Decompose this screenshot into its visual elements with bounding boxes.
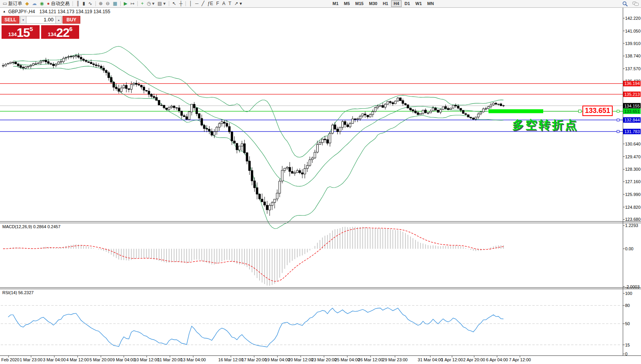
toolbar: ▭新订单◆☁◉●自动交易║▮∿⊕⊖▦▶↦+◷ ▾▤ ▾↖┼│─╱ƒEFAT↗ ▾… <box>0 0 641 8</box>
tile-windows-icon[interactable]: ▦ <box>111 0 119 7</box>
cursor-icon[interactable]: ↖ <box>171 0 178 7</box>
one-click-trading-panel: SELL ▾ 1.00 ▴ BUY 134155 134226 <box>2 16 80 39</box>
trade-controls-row: SELL ▾ 1.00 ▴ BUY <box>2 16 80 24</box>
zoom-in-icon[interactable]: ⊕ <box>97 0 104 7</box>
toolbar-separator <box>120 1 121 6</box>
volume-increase-button[interactable]: ▴ <box>55 16 62 24</box>
horizontal-line-icon[interactable]: ─ <box>194 0 200 7</box>
time-axis-label: 7 Apr 12:00 <box>509 357 531 362</box>
timeframe-w1[interactable]: W1 <box>413 0 424 7</box>
time-axis-label: 1 Apr 12:00 <box>441 357 463 362</box>
price-tag-text: 132.844 <box>624 118 640 122</box>
search-icon[interactable] <box>622 1 628 7</box>
sell-quote[interactable]: 134155 <box>2 25 40 39</box>
fibonacci-icon[interactable]: F <box>215 0 220 7</box>
macd-axis-label: 0.00 <box>625 246 633 251</box>
arrows-dropdown-icon[interactable]: ↗ ▾ <box>233 0 243 7</box>
time-axis-label: 2 Apr 20:00 <box>463 357 485 362</box>
macd-axis-label: 1.2293 <box>625 223 638 228</box>
time-axis-label: 31 Mar 04:00 <box>418 357 443 362</box>
time-axis-label: 25 Mar 04:00 <box>335 357 360 362</box>
zoom-out-icon[interactable]: ⊖ <box>104 0 111 7</box>
price-axis-label: 130.640 <box>625 142 641 146</box>
price-tag-text: 136.194 <box>624 81 640 86</box>
candlestick-chart-icon[interactable]: ▮ <box>81 0 87 7</box>
bar-chart-icon[interactable]: ║ <box>74 0 81 7</box>
autotrading-button[interactable]: ●自动交易 <box>45 0 71 7</box>
buy-price-prefix: 134 <box>48 31 56 38</box>
line-chart-icon[interactable]: ∿ <box>87 0 94 7</box>
price-axis-label: 141.050 <box>625 29 641 33</box>
timeframe-h4[interactable]: H4 <box>391 0 401 7</box>
buy-quote[interactable]: 134226 <box>41 25 79 39</box>
toolbar-separator <box>95 1 96 6</box>
price-axis-label: 137.570 <box>625 66 641 71</box>
macd-indicator-label: MACD(12,26,9) 0.2864 0.2457 <box>2 224 61 229</box>
rsi-line <box>8 308 504 347</box>
pivot-annotation-text[interactable]: 多空转折点 <box>512 117 578 133</box>
signals-icon[interactable]: ◉ <box>38 0 45 7</box>
timeframe-d1[interactable]: D1 <box>402 0 412 7</box>
timeframe-m5[interactable]: M5 <box>341 0 352 7</box>
highlight-bar[interactable] <box>489 109 543 113</box>
quote-row: 134155 134226 <box>2 25 80 39</box>
sell-price-pip: 5 <box>29 26 33 32</box>
toolbar-right <box>622 0 639 7</box>
price-axis-label: 139.910 <box>625 41 641 46</box>
crosshair-icon[interactable]: ┼ <box>178 0 184 7</box>
label-icon[interactable]: T <box>227 0 233 7</box>
time-axis-label: 6 Apr 04:00 <box>486 357 508 362</box>
buy-price-big: 22 <box>56 27 69 38</box>
volume-decrease-button[interactable]: ▾ <box>20 16 27 24</box>
symbol-period-label: GBPJPY-,H4 <box>8 9 35 14</box>
timeframe-mn[interactable]: MN <box>425 0 436 7</box>
time-axis-label: 10 Mar 12:00 <box>134 357 159 362</box>
period-dropdown-icon[interactable]: ◷ ▾ <box>145 0 156 7</box>
trendline-icon[interactable]: ╱ <box>200 0 206 7</box>
market-watch-icon[interactable]: ◆ <box>24 0 30 7</box>
rsi-axis-label: 15 <box>625 343 630 347</box>
price-axis-label: 129.470 <box>625 154 641 159</box>
candles <box>2 53 505 216</box>
volume-input[interactable]: 1.00 <box>26 16 55 24</box>
price-tag-text: 134.155 <box>624 104 640 108</box>
sell-button[interactable]: SELL <box>2 16 19 24</box>
timeframe-m1[interactable]: M1 <box>330 0 341 7</box>
toolbar-separator <box>73 1 73 6</box>
chart-shift-icon[interactable]: ↦ <box>129 0 136 7</box>
templates-dropdown-icon[interactable]: ▤ ▾ <box>156 0 167 7</box>
buy-button[interactable]: BUY <box>62 16 80 24</box>
timeframe-h1[interactable]: H1 <box>380 0 390 7</box>
price-axis-label: 138.740 <box>625 54 641 58</box>
timeframe-m30[interactable]: M30 <box>367 0 379 7</box>
indicators-icon[interactable]: + <box>139 0 145 7</box>
chat-icon[interactable] <box>632 1 639 7</box>
chart-title: ▲ GBPJPY-,H4 134.121 134.173 134.119 134… <box>3 9 110 14</box>
time-axis-label: 13 Mar 04:00 <box>181 357 206 362</box>
bollinger-middle-band <box>13 60 504 186</box>
macd-signal-line <box>3 228 504 281</box>
time-axis-label: 20 Mar 12:00 <box>288 357 314 362</box>
time-axis-label: 9 Mar 04:00 <box>113 357 135 362</box>
vertical-line-icon[interactable]: │ <box>187 0 194 7</box>
collapse-triangle-icon[interactable]: ▲ <box>3 10 6 13</box>
rsi-axis-label: 100 <box>625 291 632 296</box>
rsi-axis-label: 0 <box>625 352 627 356</box>
price-tag-text: 131.783 <box>624 129 640 134</box>
new-order-button[interactable]: ▭新订单 <box>1 0 24 7</box>
sell-price-big: 15 <box>17 27 30 38</box>
equidistant-channel-icon[interactable]: ƒE <box>206 0 215 7</box>
rsi-axis-label: 80 <box>625 303 630 308</box>
timeframe-m15[interactable]: M15 <box>353 0 366 7</box>
toolbar-separator <box>137 1 138 6</box>
auto-scroll-icon[interactable]: ▶ <box>122 0 129 7</box>
rsi-indicator-label: RSI(14) 56.2327 <box>2 290 34 295</box>
price-axis-label: 124.820 <box>625 205 641 210</box>
price-tag-text: 133.651 <box>624 109 640 114</box>
ohlc-values: 134.121 134.173 134.119 134.155 <box>40 9 111 14</box>
buy-price-pip: 6 <box>69 26 72 32</box>
rsi-axis-label: 50 <box>625 321 630 326</box>
price-annotation-box[interactable]: 133.651 <box>582 106 613 116</box>
data-window-icon[interactable]: ☁ <box>31 0 38 7</box>
text-icon[interactable]: A <box>221 0 227 7</box>
